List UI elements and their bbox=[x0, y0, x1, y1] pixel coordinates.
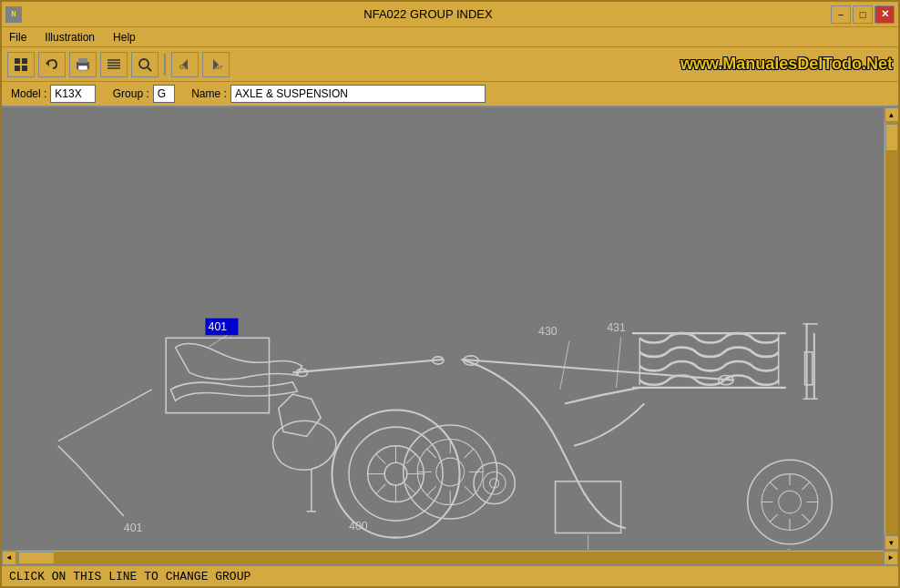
menu-file[interactable]: File bbox=[5, 29, 30, 46]
svg-text:400: 400 bbox=[349, 520, 368, 532]
index-button[interactable] bbox=[100, 52, 128, 77]
name-label: Name : bbox=[188, 87, 230, 100]
svg-rect-7 bbox=[78, 66, 87, 70]
scrollbar-thumb-v[interactable] bbox=[885, 124, 898, 151]
svg-rect-3 bbox=[22, 66, 27, 71]
menu-bar: File Illustration Help bbox=[2, 27, 898, 47]
svg-line-48 bbox=[465, 449, 474, 458]
window-controls: − □ ✕ bbox=[831, 5, 895, 24]
status-text: CLICK ON THIS LINE TO CHANGE GROUP bbox=[9, 570, 251, 583]
group-label: Group : bbox=[109, 87, 153, 100]
svg-line-87 bbox=[560, 340, 569, 390]
svg-text:Gr: Gr bbox=[179, 63, 189, 71]
window-title: NFA022 GROUP INDEX bbox=[26, 7, 831, 21]
svg-rect-65 bbox=[556, 482, 621, 533]
svg-text:Gr: Gr bbox=[215, 63, 224, 71]
brand-text: www.ManualesDelTodo.Net bbox=[680, 55, 893, 74]
svg-line-13 bbox=[148, 67, 151, 71]
svg-point-51 bbox=[483, 472, 506, 495]
restore-button[interactable]: □ bbox=[853, 5, 873, 24]
fields-bar: Model : K13X Group : G Name : AXLE & SUS… bbox=[2, 82, 898, 107]
next-group-button[interactable]: Gr bbox=[202, 52, 230, 77]
drawing-canvas[interactable]: 401 401 430 431 400 431 430 bbox=[2, 107, 884, 550]
svg-rect-1 bbox=[22, 58, 27, 64]
home-button[interactable] bbox=[7, 52, 35, 77]
svg-rect-6 bbox=[78, 58, 87, 63]
svg-line-49 bbox=[426, 486, 435, 495]
svg-point-28 bbox=[349, 427, 443, 521]
svg-rect-2 bbox=[15, 66, 20, 71]
svg-text:401: 401 bbox=[209, 320, 228, 333]
minimize-button[interactable]: − bbox=[831, 5, 851, 24]
model-value[interactable]: K13X bbox=[50, 85, 96, 103]
svg-point-68 bbox=[779, 491, 802, 513]
main-window: N NFA022 GROUP INDEX − □ ✕ File Illustra… bbox=[0, 0, 900, 588]
title-bar: N NFA022 GROUP INDEX − □ ✕ bbox=[2, 2, 898, 27]
search-button[interactable] bbox=[131, 52, 159, 77]
scrollbar-track-v bbox=[885, 122, 898, 535]
scroll-left-button[interactable]: ◄ bbox=[2, 551, 16, 565]
svg-line-73 bbox=[770, 482, 777, 490]
svg-text:430: 430 bbox=[538, 325, 557, 338]
svg-line-86 bbox=[209, 335, 228, 347]
status-bar: CLICK ON THIS LINE TO CHANGE GROUP bbox=[2, 564, 898, 586]
svg-line-46 bbox=[426, 449, 435, 458]
svg-line-18 bbox=[58, 390, 152, 441]
parts-diagram: 401 401 430 431 400 431 430 bbox=[2, 107, 884, 550]
bottom-area: ◄ ► CLICK ON THIS LINE TO CHANGE GROUP bbox=[2, 550, 898, 586]
app-icon: N bbox=[5, 6, 22, 23]
main-area: 401 401 430 431 400 431 430 bbox=[2, 107, 898, 550]
name-value[interactable]: AXLE & SUSPENSION bbox=[230, 85, 486, 103]
svg-point-12 bbox=[139, 59, 148, 68]
scrollbar-track-h bbox=[16, 552, 884, 564]
menu-illustration[interactable]: Illustration bbox=[41, 29, 98, 46]
svg-line-20 bbox=[77, 464, 123, 516]
close-button[interactable]: ✕ bbox=[874, 5, 895, 24]
group-value[interactable]: G bbox=[153, 85, 175, 103]
scroll-right-button[interactable]: ► bbox=[884, 551, 898, 565]
svg-line-75 bbox=[802, 482, 809, 490]
svg-line-90 bbox=[752, 549, 790, 550]
svg-line-74 bbox=[802, 514, 809, 522]
prev-group-button[interactable]: Gr bbox=[171, 52, 199, 77]
svg-line-88 bbox=[617, 337, 621, 388]
svg-text:431: 431 bbox=[607, 321, 626, 334]
menu-help[interactable]: Help bbox=[109, 29, 139, 46]
svg-rect-0 bbox=[15, 58, 20, 64]
svg-line-47 bbox=[465, 486, 474, 495]
model-label: Model : bbox=[7, 87, 50, 100]
svg-point-50 bbox=[474, 462, 515, 503]
scrollbar-thumb-h[interactable] bbox=[18, 552, 55, 564]
svg-line-35 bbox=[376, 454, 385, 463]
svg-line-19 bbox=[58, 446, 77, 465]
undo-button[interactable] bbox=[38, 52, 66, 77]
svg-point-66 bbox=[748, 460, 833, 544]
print-button[interactable] bbox=[69, 52, 97, 77]
vertical-scrollbar: ▲ ▼ bbox=[884, 107, 898, 550]
svg-text:401: 401 bbox=[124, 522, 143, 534]
svg-line-76 bbox=[770, 514, 777, 522]
scroll-up-button[interactable]: ▲ bbox=[885, 107, 899, 122]
svg-line-38 bbox=[376, 484, 385, 493]
svg-line-22 bbox=[292, 360, 443, 372]
scroll-down-button[interactable]: ▼ bbox=[885, 535, 899, 550]
toolbar-separator-1 bbox=[164, 54, 166, 76]
svg-line-37 bbox=[406, 454, 415, 463]
horizontal-scrollbar: ◄ ► bbox=[2, 550, 898, 564]
toolbar: Gr Gr www.ManualesDelTodo.Net bbox=[2, 47, 898, 82]
